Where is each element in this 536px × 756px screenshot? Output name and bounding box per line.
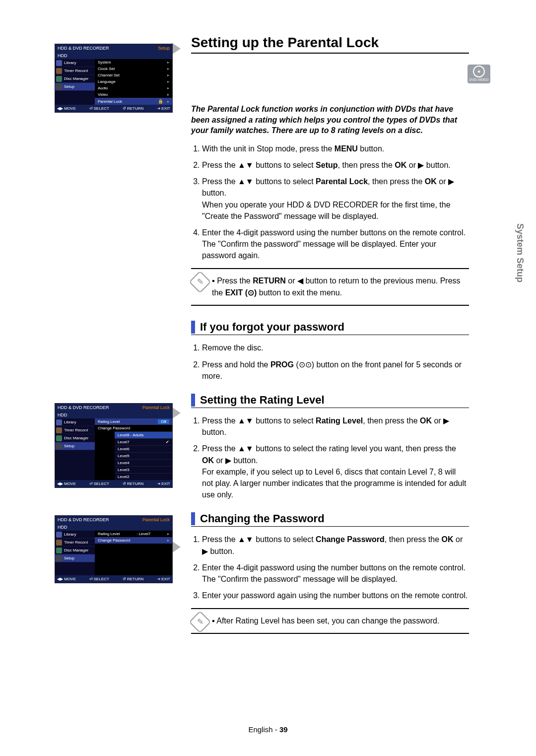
intro-text: The Parental Lock function works in conj… (191, 104, 469, 136)
note-icon (189, 611, 211, 633)
page-footer: English - 39 (0, 725, 536, 734)
step-text: Enter your password again using the numb… (202, 591, 468, 600)
note-box: After Rating Level has been set, you can… (191, 608, 469, 634)
step-text: Press and hold the PROG (⊙⊙) button on t… (202, 360, 462, 380)
step-text: Remove the disc. (202, 344, 264, 352)
dvd-video-badge: ◉ DVD-VIDEO (468, 65, 490, 83)
step-text: Press the ▲▼ buttons to select the ratin… (202, 444, 466, 499)
step-text: Press the ▲▼ buttons to select Setup, th… (202, 161, 451, 169)
heading-rating-level: Setting the Rating Level (191, 394, 469, 407)
page-title: Setting up the Parental Lock (191, 35, 469, 51)
note-text: After Rating Level has been set, you can… (212, 615, 466, 627)
note-icon (189, 271, 211, 293)
section-tab: System Setup (515, 223, 525, 282)
step-text: Enter the 4-digit password using the num… (202, 563, 466, 583)
osd-change-password-menu: HDD & DVD RECORDER Parental Lock HDD Lib… (55, 515, 173, 583)
note-box: Press the RETURN or ◀ button to return t… (191, 268, 469, 306)
heading-forgot-password: If you forgot your password (191, 321, 469, 334)
rating-steps: Press the ▲▼ buttons to select Rating Le… (191, 415, 469, 500)
osd-setup-menu: HDD & DVD RECORDER Setup HDD Library Tim… (55, 44, 173, 113)
step-text: Press the ▲▼ buttons to select Rating Le… (202, 416, 449, 436)
lock-icon: 🔒 (158, 99, 163, 104)
setup-steps: With the unit in Stop mode, press the ME… (191, 143, 469, 262)
osd-rating-level-menu: HDD & DVD RECORDER Parental Lock HDD Lib… (55, 403, 173, 488)
pointer-triangle-icon (172, 407, 181, 419)
heading-change-password: Changing the Password (191, 512, 469, 525)
step-text: With the unit in Stop mode, press the ME… (202, 144, 384, 153)
forgot-steps: Remove the disc. Press and hold the PROG… (191, 342, 469, 382)
change-steps: Press the ▲▼ buttons to select Change Pa… (191, 534, 469, 601)
pointer-triangle-icon (172, 43, 181, 55)
pointer-triangle-icon (172, 541, 181, 553)
step-text: Press the ▲▼ buttons to select Parental … (202, 177, 454, 220)
step-text: Enter the 4-digit password using the num… (202, 228, 466, 260)
step-text: Press the ▲▼ buttons to select Change Pa… (202, 535, 463, 555)
note-text: Press the RETURN or ◀ button to return t… (212, 275, 466, 299)
